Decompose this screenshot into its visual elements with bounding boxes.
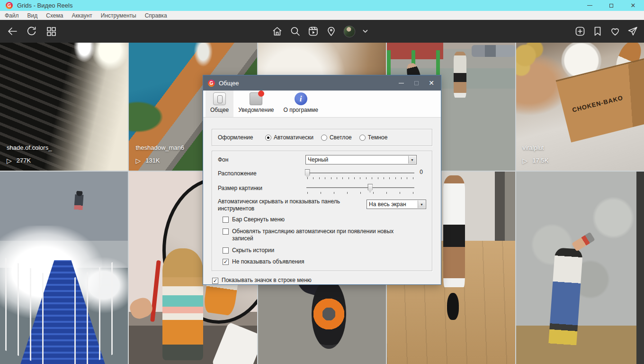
- decor-pillow: [211, 322, 257, 364]
- app-window: G Grids - Видео Reels ✕ Файл Вид Схема А…: [0, 0, 644, 364]
- radio-icon[interactable]: [265, 135, 271, 141]
- slider-thumb[interactable]: [305, 169, 310, 178]
- toolbar-autohide-value: На весь экран: [369, 201, 406, 208]
- share-icon[interactable]: [627, 26, 638, 37]
- radio-icon[interactable]: [359, 135, 366, 141]
- position-value: 0: [420, 169, 423, 175]
- refresh-icon[interactable]: [26, 26, 37, 37]
- radio-light[interactable]: Светлое: [321, 134, 352, 141]
- radio-icon[interactable]: [321, 135, 327, 141]
- decor-trowel: [572, 232, 595, 252]
- tab-general[interactable]: Общее: [206, 91, 233, 117]
- window-title: Grids - Видео Reels: [17, 2, 72, 9]
- toolbar-left: [7, 20, 57, 43]
- checkbox-hide-stories[interactable]: ✓ Скрыть истории: [223, 247, 426, 255]
- tab-label: Уведомление: [238, 107, 274, 113]
- tile-meta: shade.of.colors_ ▷277K: [7, 144, 52, 164]
- checkbox-hide-ads[interactable]: ✓ Не показывать объявления: [223, 258, 426, 266]
- checkbox-label: Скрыть истории: [232, 247, 274, 255]
- toolbar: [0, 20, 644, 43]
- slider-thumb[interactable]: [367, 184, 373, 192]
- dialog-body: Оформление Автоматически Светлое Темное …: [203, 118, 441, 284]
- video-tile-pier[interactable]: [0, 172, 128, 364]
- position-slider[interactable]: 0: [305, 169, 415, 181]
- heart-icon[interactable]: [609, 26, 621, 37]
- checkbox-icon[interactable]: ✓: [223, 259, 229, 265]
- slider-ticks: [307, 177, 413, 179]
- tile-meta: viralplut ▷17.5K: [523, 144, 549, 164]
- checkbox-label: Обновлять трансляцию автоматически при п…: [232, 228, 412, 243]
- tile-username[interactable]: viralplut: [523, 144, 549, 151]
- dialog-controls: ✕: [394, 75, 439, 91]
- tile-username[interactable]: shade.of.colors_: [7, 144, 52, 151]
- checkbox-collapse-menu[interactable]: ✓ Бар Свернуть меню: [223, 216, 426, 224]
- background-label: Фон: [218, 155, 305, 163]
- dialog-minimize-button[interactable]: [394, 75, 409, 91]
- toolbar-right: [574, 20, 638, 43]
- image-size-slider[interactable]: [305, 183, 415, 196]
- decor-person: [162, 248, 204, 360]
- background-value: Черный: [308, 156, 328, 163]
- play-icon: ▷: [135, 157, 141, 164]
- appearance-label: Оформление: [218, 134, 265, 141]
- checkbox-icon[interactable]: ✓: [223, 217, 229, 223]
- radio-auto[interactable]: Автоматически: [265, 134, 313, 141]
- video-tile-escalator[interactable]: shade.of.colors_ ▷277K: [0, 43, 128, 171]
- menu-help[interactable]: Справка: [141, 11, 171, 20]
- tile-view-count: 277K: [17, 157, 31, 164]
- chevron-down-icon[interactable]: ▼: [408, 156, 416, 164]
- restore-icon: [609, 4, 613, 8]
- decor-person: [443, 175, 465, 287]
- video-tile-coinbank[interactable]: CHOKEN-BAKO viralplut ▷17.5K: [516, 43, 644, 171]
- back-icon[interactable]: [7, 26, 18, 37]
- menu-tools[interactable]: Инструменты: [97, 11, 141, 20]
- tab-label: О программе: [284, 107, 318, 113]
- dialog-close-button[interactable]: ✕: [424, 75, 439, 91]
- maximize-icon: [414, 81, 419, 85]
- minimize-button[interactable]: [579, 0, 600, 11]
- checkbox-icon[interactable]: ✓: [223, 228, 229, 235]
- radio-label: Темное: [368, 134, 388, 141]
- video-tile-plastering[interactable]: [516, 172, 644, 364]
- bookmark-icon[interactable]: [592, 26, 603, 37]
- box-label: CHOKEN-BAKO: [572, 94, 624, 113]
- chevron-down-icon[interactable]: ▼: [418, 200, 425, 208]
- background-select[interactable]: Черный ▼: [305, 155, 417, 164]
- radio-dark[interactable]: Темное: [359, 134, 388, 141]
- tab-notifications[interactable]: Уведомление: [233, 91, 278, 117]
- location-icon[interactable]: [325, 26, 337, 37]
- checkbox-auto-refresh[interactable]: ✓ Обновлять трансляцию автоматически при…: [223, 228, 426, 243]
- checkbox-icon[interactable]: ✓: [212, 278, 218, 284]
- checkbox-icon[interactable]: ✓: [223, 247, 229, 254]
- slider-track[interactable]: [306, 187, 414, 189]
- menu-layout[interactable]: Схема: [42, 11, 67, 20]
- tile-username[interactable]: theshadow_man6: [135, 144, 184, 151]
- grid-view-icon[interactable]: [45, 26, 57, 37]
- tab-about[interactable]: i О программе: [279, 91, 323, 117]
- menu-file[interactable]: Файл: [0, 11, 23, 20]
- avatar[interactable]: [343, 26, 355, 37]
- decor-person: [73, 191, 84, 218]
- search-icon[interactable]: [289, 26, 301, 37]
- chevron-down-icon[interactable]: [362, 28, 368, 35]
- window-titlebar: G Grids - Видео Reels ✕: [0, 0, 644, 11]
- tab-label: Общее: [210, 107, 229, 113]
- add-post-icon[interactable]: [574, 26, 586, 37]
- checkbox-tray-icon[interactable]: ✓ Показывать значок в строке меню: [212, 277, 432, 284]
- reels-icon[interactable]: [307, 26, 319, 37]
- menu-account[interactable]: Аккаунт: [67, 11, 96, 20]
- menu-view[interactable]: Вид: [23, 11, 42, 20]
- decor-hammer: [150, 260, 161, 322]
- checkbox-label: Показывать значок в строке меню: [222, 277, 312, 284]
- home-icon[interactable]: [271, 26, 283, 37]
- toolbar-autohide-select[interactable]: На весь экран ▼: [367, 200, 426, 209]
- appearance-group: Оформление Автоматически Светлое Темное: [212, 129, 432, 146]
- close-button[interactable]: ✕: [622, 0, 644, 11]
- restore-button[interactable]: [600, 0, 622, 11]
- decor-person: [548, 248, 583, 350]
- slider-track[interactable]: [306, 173, 414, 174]
- decor-puppy: [447, 293, 458, 320]
- toolbar-autohide-label: Автоматически скрывать и показывать пане…: [218, 198, 367, 212]
- menu-bar: Файл Вид Схема Аккаунт Инструменты Справ…: [0, 11, 644, 20]
- close-icon: ✕: [631, 2, 636, 9]
